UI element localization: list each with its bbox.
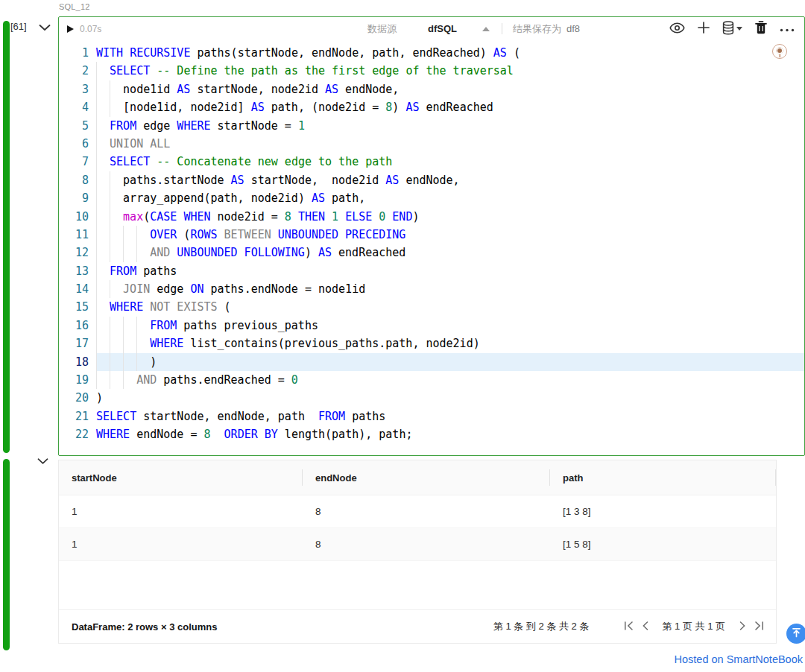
indent-guide (110, 335, 123, 352)
preview-button[interactable] (669, 22, 685, 36)
code-line: 12 AND UNBOUNDED FOLLOWING) AS endReache… (59, 244, 804, 261)
code-line: 19 AND paths.endReached = 0 (59, 371, 804, 389)
line-number: 16 (59, 317, 89, 335)
next-page-button[interactable] (734, 618, 751, 635)
code-line: 7 SELECT -- Concatenate new edge to the … (59, 153, 804, 171)
first-page-button[interactable] (620, 618, 637, 635)
code-line-content: SELECT startNode, endNode, path FROM pat… (96, 408, 804, 425)
table-row: 18[1 5 8] (59, 528, 776, 561)
indent-guide (136, 317, 150, 335)
code-line: 11 OVER (ROWS BETWEEN UNBOUNDED PRECEDIN… (59, 226, 804, 244)
hosted-link[interactable]: Hosted on SmartNoteBook (675, 653, 803, 665)
code-line-content: OVER (ROWS BETWEEN UNBOUNDED PRECEDING (96, 226, 804, 244)
code-editor[interactable]: 1WITH RECURSIVE paths(startNode, endNode… (59, 40, 804, 444)
save-as-value[interactable]: df8 (566, 23, 580, 34)
line-number: 11 (59, 226, 89, 244)
code-line-content: SELECT -- Define the path as the first e… (96, 62, 804, 80)
indent-guide (136, 353, 150, 371)
code-line-content: WHERE NOT EXISTS ( (96, 298, 804, 316)
run-time: 0.07s (80, 24, 101, 34)
back-to-top-button[interactable] (786, 624, 805, 644)
datasource-menu-button[interactable] (722, 21, 742, 37)
line-number: 10 (59, 208, 89, 226)
line-number: 2 (59, 62, 89, 80)
arrow-up-to-bar-icon (792, 627, 801, 640)
line-number: 21 (59, 408, 89, 425)
line-number: 22 (59, 425, 89, 443)
table-cell: 8 (303, 506, 550, 517)
code-line: 18 ) (59, 353, 804, 371)
code-line-content: ) (96, 389, 804, 407)
chevron-down-icon (37, 456, 48, 467)
indent-guide (110, 208, 123, 226)
indent-guide (110, 189, 123, 207)
indent-guide (96, 353, 110, 371)
indent-guide (96, 189, 110, 207)
indent-guide (96, 135, 110, 153)
code-line-content: node1id AS startNode, node2id AS endNode… (96, 80, 804, 98)
ellipsis-icon (780, 23, 795, 34)
engine-selector[interactable]: dfSQL (428, 23, 457, 34)
code-line: 15 WHERE NOT EXISTS ( (59, 298, 804, 316)
indent-guide (96, 317, 110, 335)
first-page-icon (624, 621, 634, 633)
execution-count: [61] (10, 21, 27, 32)
chevron-down-icon (39, 22, 51, 34)
code-line: 3 node1id AS startNode, node2id AS endNo… (59, 80, 804, 98)
last-page-button[interactable] (751, 618, 767, 635)
code-line: 4 [node1id, node2id] AS path, (node2id =… (59, 98, 804, 116)
collapse-result-button[interactable] (36, 454, 50, 469)
table-empty-space (59, 561, 776, 609)
line-number: 17 (59, 335, 89, 352)
code-line-content: paths.startNode AS startNode, node2id AS… (96, 171, 804, 189)
line-number: 7 (59, 153, 89, 171)
code-line-content: WITH RECURSIVE paths(startNode, endNode,… (96, 44, 804, 62)
code-lines: 1WITH RECURSIVE paths(startNode, endNode… (59, 44, 804, 444)
code-line-content: FROM paths previous_paths (96, 317, 804, 335)
caret-down-icon (736, 27, 742, 31)
code-line: 16 FROM paths previous_paths (59, 317, 804, 335)
code-line: 22WHERE endNode = 8 ORDER BY length(path… (59, 425, 804, 443)
indent-guide (110, 353, 123, 371)
play-icon (67, 25, 74, 33)
indent-guide (110, 280, 123, 298)
indent-guide (96, 244, 110, 261)
code-line-content: WHERE list_contains(previous_paths.path,… (96, 335, 804, 352)
prev-page-button[interactable] (637, 618, 653, 635)
indent-guide (123, 244, 136, 261)
indent-guide (136, 335, 150, 352)
code-line-content: ) (96, 353, 804, 371)
sql-cell: 0.07s 数据源 dfSQL 结果保存为 df8 (58, 16, 805, 456)
table-footer: DataFrame: 2 rows × 3 columns 第 1 条 到 2 … (59, 609, 776, 643)
code-line: 1WITH RECURSIVE paths(startNode, endNode… (59, 44, 804, 62)
code-line: 10 max(CASE WHEN node2id = 8 THEN 1 ELSE… (59, 208, 804, 226)
collapse-cell-button[interactable] (37, 21, 52, 35)
add-cell-button[interactable] (698, 22, 710, 36)
code-line-content: max(CASE WHEN node2id = 8 THEN 1 ELSE 0 … (96, 208, 804, 226)
line-number: 6 (59, 135, 89, 153)
execution-indicator-bar-code (3, 21, 10, 453)
run-button[interactable]: 0.07s (67, 24, 101, 34)
indent-guide (96, 80, 110, 98)
code-line-content: SELECT -- Concatenate new edge to the pa… (96, 153, 804, 171)
plus-icon (698, 22, 710, 36)
code-line: 17 WHERE list_contains(previous_paths.pa… (59, 335, 804, 352)
pagination-range: 第 1 条 到 2 条 共 2 条 (493, 620, 590, 633)
indent-guide (110, 98, 123, 116)
table-cell: 1 (59, 539, 303, 550)
cell-toolbar (669, 21, 795, 37)
line-number: 8 (59, 171, 89, 189)
indent-guide (96, 171, 110, 189)
triangle-up-icon[interactable] (482, 27, 490, 31)
cell-header-center: 数据源 dfSQL 结果保存为 df8 (367, 17, 580, 40)
indent-guide (123, 317, 136, 335)
chevron-left-icon (642, 621, 648, 633)
indent-guide (110, 80, 123, 98)
more-actions-button[interactable] (780, 23, 795, 34)
delete-cell-button[interactable] (755, 21, 767, 37)
indent-guide (110, 371, 123, 389)
save-as-label: 结果保存为 (513, 22, 561, 36)
code-line-content: FROM edge WHERE startNode = 1 (96, 117, 804, 135)
indent-guide (96, 371, 110, 389)
indent-guide (96, 262, 110, 280)
